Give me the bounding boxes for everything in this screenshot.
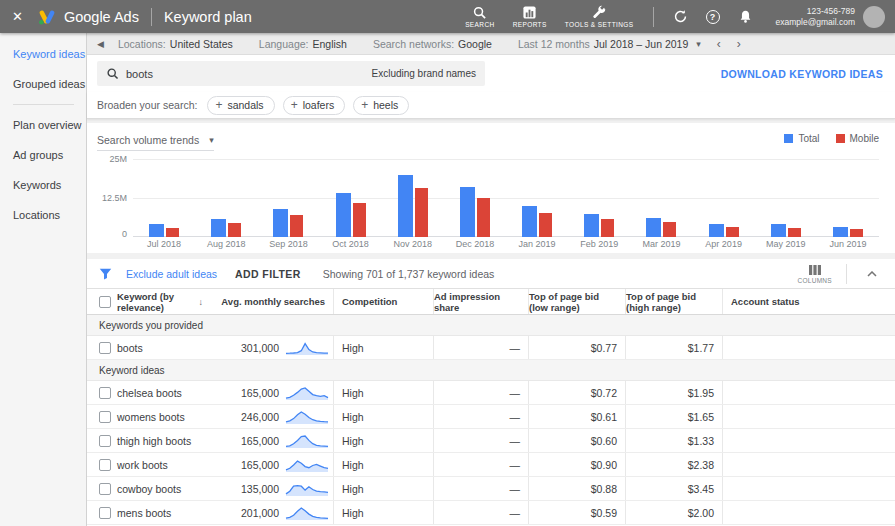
date-range-picker[interactable]: Last 12 months Jul 2018 – Jun 2019 ▾ <box>518 38 701 50</box>
y-tick: 12.5M <box>102 193 127 203</box>
select-all-checkbox[interactable] <box>99 296 111 308</box>
row-checkbox[interactable] <box>99 459 111 471</box>
chart-bar-group <box>506 159 568 237</box>
networks-setting[interactable]: Search networks: Google <box>373 38 492 50</box>
sidebar-item-plan-overview[interactable]: Plan overview <box>0 110 86 140</box>
row-checkbox[interactable] <box>99 387 111 399</box>
bar-total <box>709 224 724 237</box>
sidebar-item-ad-groups[interactable]: Ad groups <box>0 140 86 170</box>
refresh-button[interactable] <box>673 9 688 24</box>
add-filter-button[interactable]: ADD FILTER <box>235 268 301 280</box>
chevron-down-icon: ▾ <box>209 135 214 145</box>
reports-icon <box>522 5 537 20</box>
column-header-account-status[interactable]: Account status <box>722 289 895 314</box>
plus-icon: + <box>361 99 368 111</box>
sidebar-item-locations[interactable]: Locations <box>0 200 86 230</box>
bid-low-cell: $0.88 <box>528 477 625 500</box>
x-tick-label: Apr 2019 <box>693 239 755 249</box>
bid-high-cell: $1.95 <box>625 381 722 404</box>
bar-total <box>336 193 351 237</box>
bid-low-cell: $0.61 <box>528 405 625 428</box>
avatar[interactable] <box>863 6 885 28</box>
next-period-button[interactable]: › <box>737 37 741 51</box>
chip-heels[interactable]: + heels <box>353 96 409 115</box>
sidebar-item-keywords[interactable]: Keywords <box>0 170 86 200</box>
column-header-avg-monthly-searches[interactable]: Avg. monthly searches <box>203 289 333 314</box>
chart-bar-group <box>755 159 817 237</box>
table-row: cowboy boots 135,000 High — $0.88 $3.45 <box>87 477 895 501</box>
bar-mobile <box>166 228 179 237</box>
legend-item-total: Total <box>784 133 819 144</box>
table-row: thigh high boots 165,000 High — $0.60 $1… <box>87 429 895 453</box>
account-status-cell <box>722 336 895 359</box>
x-tick-label: Oct 2018 <box>320 239 382 249</box>
sidebar-item-grouped-ideas[interactable]: Grouped ideas <box>0 69 86 99</box>
row-checkbox[interactable] <box>99 435 111 447</box>
legend-item-mobile: Mobile <box>836 133 879 144</box>
tools-settings-nav-button[interactable]: TOOLS & SETTINGS <box>565 5 634 28</box>
row-checkbox[interactable] <box>99 483 111 495</box>
competition-cell: High <box>333 381 433 404</box>
download-keyword-ideas-button[interactable]: DOWNLOAD KEYWORD IDEAS <box>721 68 883 80</box>
previous-period-button[interactable]: ‹ <box>717 37 721 51</box>
filter-funnel-icon[interactable] <box>99 268 112 280</box>
page-title: Keyword plan <box>164 9 252 25</box>
language-setting[interactable]: Language: English <box>259 38 347 50</box>
column-header-top-bid-high[interactable]: Top of page bid (high range) <box>625 289 722 314</box>
help-icon: ? <box>706 10 720 24</box>
bar-mobile <box>726 227 739 237</box>
bid-low-cell: $0.90 <box>528 453 625 476</box>
x-tick-label: Mar 2019 <box>630 239 692 249</box>
keyword-cell: work boots <box>117 453 203 476</box>
brand-filter-label[interactable]: Excluding brand names <box>371 68 476 79</box>
account-status-cell <box>722 381 895 404</box>
exclude-adult-ideas-link[interactable]: Exclude adult ideas <box>126 268 217 280</box>
help-button[interactable]: ? <box>706 10 720 24</box>
x-tick-label: Feb 2019 <box>568 239 630 249</box>
chip-loafers[interactable]: + loafers <box>283 96 346 115</box>
column-header-keyword[interactable]: Keyword (by relevance) ↓ <box>117 289 203 314</box>
bar-mobile <box>601 219 614 237</box>
sidebar-item-keyword-ideas[interactable]: Keyword ideas <box>0 39 86 69</box>
close-icon[interactable]: ✕ <box>12 9 23 24</box>
keyword-cell: mens boots <box>117 501 203 524</box>
broaden-search-label: Broaden your search: <box>97 99 197 111</box>
account-id: 123-456-789 <box>776 6 856 17</box>
row-checkbox[interactable] <box>99 507 111 519</box>
competition-cell: High <box>333 477 433 500</box>
google-ads-logo-icon <box>37 8 57 26</box>
columns-button[interactable]: COLUMNS <box>797 264 832 284</box>
column-header-competition[interactable]: Competition <box>333 289 433 314</box>
keyword-search-input[interactable]: boots Excluding brand names <box>97 61 485 86</box>
x-tick-label: Dec 2018 <box>444 239 506 249</box>
table-tools: COLUMNS <box>797 264 883 284</box>
column-header-ad-impression-share[interactable]: Ad impression share <box>433 289 528 314</box>
collapse-table-button[interactable] <box>861 271 883 277</box>
x-tick-label: Jan 2019 <box>506 239 568 249</box>
ad-impression-cell: — <box>433 453 528 476</box>
collapse-panel-icon[interactable]: ◀ <box>97 39 104 49</box>
locations-setting[interactable]: Locations: United States <box>118 38 233 50</box>
bid-low-cell: $0.59 <box>528 501 625 524</box>
sidebar-divider <box>13 104 74 105</box>
account-status-cell <box>722 501 895 524</box>
account-info[interactable]: 123-456-789 example@gmail.com <box>776 6 856 27</box>
table-filter-bar: Exclude adult ideas ADD FILTER Showing 7… <box>87 259 895 289</box>
row-checkbox[interactable] <box>99 342 111 354</box>
avg-searches-value: 135,000 <box>241 483 279 495</box>
appbar-actions: SEARCH REPORTS TOOLS & SETTINGS ? 123-45… <box>456 5 885 28</box>
y-tick: 25M <box>109 154 127 164</box>
column-header-top-bid-low[interactable]: Top of page bid (low range) <box>528 289 625 314</box>
row-checkbox[interactable] <box>99 411 111 423</box>
reports-nav-button[interactable]: REPORTS <box>513 5 547 28</box>
chart-bar-group <box>257 159 319 237</box>
search-icon <box>106 67 119 80</box>
notifications-button[interactable] <box>738 9 753 24</box>
avg-searches-value: 165,000 <box>241 387 279 399</box>
avg-searches-value: 201,000 <box>241 507 279 519</box>
chip-sandals[interactable]: + sandals <box>207 96 274 115</box>
search-nav-button[interactable]: SEARCH <box>465 5 495 28</box>
chart-type-dropdown[interactable]: Search volume trends ▾ <box>97 134 214 151</box>
ad-impression-cell: — <box>433 477 528 500</box>
table-row: mens boots 201,000 High — $0.59 $2.00 <box>87 501 895 525</box>
